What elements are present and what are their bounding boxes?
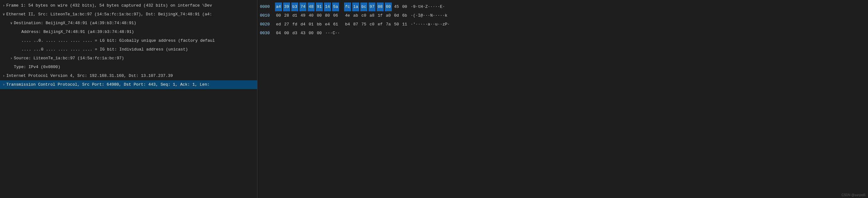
hex-row-1: 00100028d149400080064eabc0a81fa00d6b·(·I…	[260, 11, 866, 20]
hex-bytes-0: a439b3744891145afc1abc9708004500	[275, 2, 408, 11]
expand-icon-tcp: ›	[1, 80, 6, 89]
packet-tree-panel: ›Frame 1: 54 bytes on wire (432 bits), 5…	[0, 0, 257, 198]
hex-byte-0-5: 91	[316, 2, 323, 11]
hex-byte-3-4: 00	[308, 29, 315, 38]
hex-byte-2-15: 11	[401, 20, 408, 29]
hex-byte-2-9: 87	[352, 20, 359, 29]
hex-ascii-2: ·'·····a··u··zP·	[411, 20, 450, 29]
tree-row-text-source: Source: LiteonTe_1a:bc:97 (14:5a:fc:1a:b…	[14, 54, 124, 63]
hex-byte-3-2: d3	[291, 29, 298, 38]
hex-byte-0-9: 1a	[352, 2, 359, 11]
hex-byte-1-10: c0	[361, 11, 367, 20]
hex-byte-2-3: d4	[300, 20, 306, 29]
tree-row-frame1[interactable]: ›Frame 1: 54 bytes on wire (432 bits), 5…	[0, 1, 257, 10]
tree-row-text-destination: Destination: BeijingX_74:48:91 (a4:39:b3…	[14, 19, 136, 28]
tree-row-type[interactable]: Type: IPv4 (0x0800)	[0, 63, 257, 71]
hex-byte-1-4: 40	[308, 11, 315, 20]
hex-offset-1: 0010	[260, 11, 275, 20]
hex-byte-1-8: 4e	[344, 11, 351, 20]
hex-byte-2-6: e4	[324, 20, 331, 29]
hex-byte-2-11: c0	[369, 20, 375, 29]
hex-byte-3-3: 43	[300, 29, 306, 38]
hex-byte-0-0: a4	[275, 2, 282, 11]
hex-bytes-2: ed27fdd401bbe461b48775c0ef7a5011	[275, 20, 408, 29]
hex-byte-2-8: b4	[344, 20, 351, 29]
tree-row-ethernet[interactable]: ∨Ethernet II, Src: LiteonTe_1a:bc:97 (14…	[0, 10, 257, 19]
hex-byte-2-2: fd	[291, 20, 298, 29]
hex-byte-1-6: 80	[324, 11, 331, 20]
tree-row-ipv4[interactable]: ›Internet Protocol Version 4, Src: 192.1…	[0, 71, 257, 80]
tree-row-text-tcp: Transmission Control Protocol, Src Port:…	[6, 80, 210, 89]
hex-offset-3: 0030	[260, 29, 275, 38]
tree-row-text-ethernet: Ethernet II, Src: LiteonTe_1a:bc:97 (14:…	[6, 10, 212, 19]
hex-byte-1-11: a8	[369, 11, 375, 20]
hex-byte-0-6: 14	[324, 2, 331, 11]
hex-byte-1-15: 6b	[401, 11, 408, 20]
tree-row-text-frame1: Frame 1: 54 bytes on wire (432 bits), 54…	[6, 1, 212, 10]
hex-byte-2-12: ef	[377, 20, 383, 29]
hex-bytes-3: 0400d3430000	[275, 29, 323, 38]
hex-ascii-0: ·9·tH·Z·····E·	[411, 2, 445, 11]
hex-byte-3-1: 00	[283, 29, 290, 38]
hex-byte-3-0: 04	[275, 29, 282, 38]
hex-byte-2-7: 61	[332, 20, 339, 29]
hex-byte-1-7: 06	[332, 11, 339, 20]
hex-byte-2-13: 7a	[385, 20, 392, 29]
tree-row-text-type: Type: IPv4 (0x0800)	[14, 63, 60, 71]
hex-byte-1-0: 00	[275, 11, 282, 20]
hex-byte-0-7: 5a	[332, 2, 339, 11]
hex-byte-0-14: 45	[393, 2, 400, 11]
hex-byte-1-3: 49	[300, 11, 306, 20]
hex-bytes-1: 0028d149400080064eabc0a81fa00d6b	[275, 11, 408, 20]
hex-byte-0-10: bc	[361, 2, 367, 11]
hex-byte-0-15: 00	[401, 2, 408, 11]
hex-byte-2-0: ed	[275, 20, 282, 29]
hex-byte-2-4: 01	[308, 20, 315, 29]
hex-byte-2-5: bb	[316, 20, 323, 29]
hex-byte-1-12: 1f	[377, 11, 383, 20]
watermark: CSDN @sanjod6	[842, 193, 866, 197]
hex-ascii-1: ·(·I@···N·····k	[411, 11, 447, 20]
hex-ascii-3: ···C··	[325, 29, 340, 38]
hex-byte-2-1: 27	[283, 20, 290, 29]
hex-row-0: 0000a439b3744891145afc1abc9708004500·9·t…	[260, 2, 866, 11]
hex-row-3: 00300400d3430000···C··	[260, 29, 866, 38]
hex-offset-2: 0020	[260, 20, 275, 29]
hex-byte-1-13: a0	[385, 11, 392, 20]
hex-panel: 0000a439b3744891145afc1abc9708004500·9·t…	[257, 0, 868, 198]
hex-row-2: 0020ed27fdd401bbe461b48775c0ef7a5011·'··…	[260, 20, 866, 29]
tree-row-ig-bit[interactable]: .... ...0 .... .... .... .... = IG bit: …	[0, 45, 257, 54]
hex-byte-2-14: 50	[393, 20, 400, 29]
hex-byte-0-13: 00	[385, 2, 392, 11]
expand-icon-ipv4: ›	[1, 71, 6, 80]
expand-icon-ethernet: ∨	[1, 10, 6, 19]
hex-byte-3-5: 00	[316, 29, 323, 38]
hex-byte-1-1: 28	[283, 11, 290, 20]
expand-icon-frame1: ›	[1, 1, 6, 10]
tree-row-tcp[interactable]: ›Transmission Control Protocol, Src Port…	[0, 80, 257, 89]
tree-row-source[interactable]: ›Source: LiteonTe_1a:bc:97 (14:5a:fc:1a:…	[0, 54, 257, 63]
hex-byte-0-2: b3	[291, 2, 298, 11]
hex-byte-1-14: 0d	[393, 11, 400, 20]
tree-row-lg-bit[interactable]: .... ..0. .... .... .... .... = LG bit: …	[0, 36, 257, 45]
hex-byte-1-9: ab	[352, 11, 359, 20]
hex-byte-0-4: 48	[308, 2, 315, 11]
hex-offset-0: 0000	[260, 2, 275, 11]
hex-byte-1-2: d1	[291, 11, 298, 20]
tree-row-text-address: Address: BeijingX_74:48:91 (a4:39:b3:74:…	[21, 28, 134, 36]
tree-row-text-lg-bit: .... ..0. .... .... .... .... = LG bit: …	[21, 36, 215, 45]
hex-byte-0-1: 39	[283, 2, 290, 11]
hex-byte-1-5: 00	[316, 11, 323, 20]
hex-byte-0-12: 08	[377, 2, 383, 11]
tree-row-text-ig-bit: .... ...0 .... .... .... .... = IG bit: …	[21, 45, 188, 54]
tree-row-text-ipv4: Internet Protocol Version 4, Src: 192.16…	[6, 71, 173, 80]
expand-icon-destination: ∨	[9, 19, 14, 28]
tree-row-destination[interactable]: ∨Destination: BeijingX_74:48:91 (a4:39:b…	[0, 19, 257, 28]
tree-row-address[interactable]: Address: BeijingX_74:48:91 (a4:39:b3:74:…	[0, 28, 257, 36]
hex-byte-0-3: 74	[300, 2, 306, 11]
hex-byte-0-8: fc	[344, 2, 351, 11]
hex-byte-2-10: 75	[361, 20, 367, 29]
expand-icon-source: ›	[9, 54, 14, 63]
hex-byte-0-11: 97	[369, 2, 375, 11]
